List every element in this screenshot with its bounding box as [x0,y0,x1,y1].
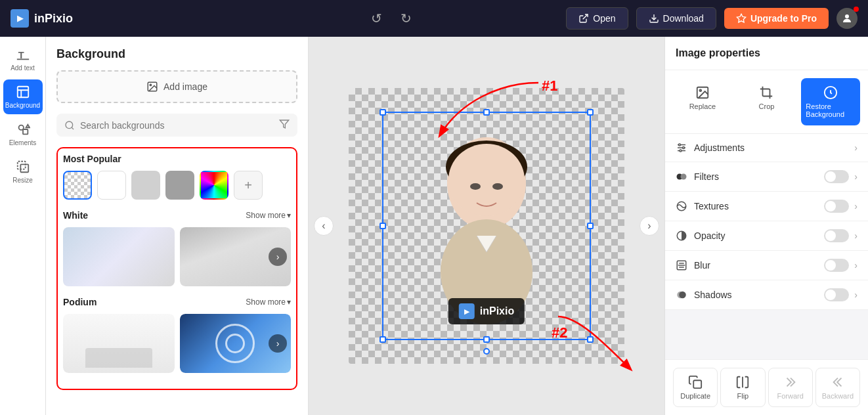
undo-button[interactable]: ↺ [367,7,386,30]
svg-point-34 [681,174,687,180]
adjustments-label: Adjustments [694,142,745,153]
duplicate-label: Duplicate [680,392,710,400]
textures-chevron: › [854,201,857,211]
most-popular-title: Most Popular [63,154,121,164]
watermark: ▶ inPixio [448,298,525,324]
opacity-icon [676,230,687,242]
swatch-rainbow[interactable] [200,171,228,200]
filter-button[interactable] [279,119,290,131]
swatch-transparent[interactable] [63,171,92,200]
svg-rect-43 [693,380,701,388]
adjustments-row[interactable]: Adjustments › [665,134,868,162]
adjustments-chevron: › [854,142,857,153]
canvas-nav-left[interactable]: ‹ [314,216,334,236]
sidebar-item-text[interactable]: T Add text [3,42,43,77]
add-image-button[interactable]: Add image [56,70,297,103]
podium-section-header: Podium Show more ▾ [63,297,291,307]
replace-label: Replace [689,102,716,110]
svg-point-32 [680,150,682,152]
color-swatches: + [63,171,291,200]
bg-thumb-podium-2[interactable]: › [180,314,292,373]
opacity-label: Opacity [694,230,725,241]
swatch-add-button[interactable]: + [234,171,263,200]
svg-point-30 [679,144,681,146]
opacity-row[interactable]: Opacity › [665,221,868,251]
redo-button[interactable]: ↻ [397,7,416,30]
search-row [56,114,297,137]
podium-show-more[interactable]: Show more ▾ [246,297,291,307]
upgrade-button[interactable]: Upgrade to Pro [724,8,829,29]
blur-label: Blur [694,260,710,271]
user-avatar[interactable] [836,8,857,29]
panel-title: Background [56,47,297,61]
app-name: inPixio [34,12,73,26]
popular-section: Most Popular + White Show more ▾ [56,147,297,390]
shadows-row[interactable]: Shadows › [665,280,868,310]
svg-rect-8 [23,129,28,134]
svg-point-19 [448,144,525,216]
svg-point-31 [683,147,685,149]
shadows-icon [676,289,687,301]
swatch-gray[interactable] [165,171,194,200]
crop-tool[interactable]: Crop [737,78,796,125]
canvas-image[interactable]: ▶ inPixio [385,114,588,338]
bg-thumb-white-1[interactable] [63,227,175,286]
open-label: Open [593,13,615,24]
sidebar-item-background[interactable]: Background [3,79,43,114]
svg-text:T: T [18,50,24,60]
filters-row[interactable]: Filters › [665,162,868,192]
duplicate-icon [688,375,703,389]
add-image-label: Add image [163,81,207,92]
opacity-toggle[interactable] [824,229,849,242]
download-button[interactable]: Download [636,7,716,30]
flip-tool[interactable]: Flip [720,368,765,407]
white-next-button[interactable]: › [269,248,287,266]
filters-toggle[interactable] [824,170,849,183]
replace-tool[interactable]: Replace [673,78,732,125]
swatch-white[interactable] [97,171,126,200]
flip-label: Flip [737,392,749,400]
sidebar-item-resize[interactable]: Resize [3,154,43,189]
svg-point-3 [845,14,849,18]
svg-rect-6 [17,87,28,98]
textures-label: Textures [694,201,729,211]
background-panel: Background Add image Most Popular [46,37,309,415]
shadows-toggle[interactable] [824,288,849,301]
textures-icon [676,200,687,212]
restore-tool[interactable]: Restore Background [801,78,860,125]
blur-icon [676,259,687,271]
backward-label: Backward [822,392,854,400]
white-show-more[interactable]: Show more ▾ [246,211,291,220]
svg-marker-16 [280,120,288,128]
bottom-tools: Duplicate Flip Forward Backward [665,359,868,415]
avatar-badge [854,7,859,12]
duplicate-tool[interactable]: Duplicate [673,368,718,407]
logo-icon: ▶ [11,9,29,28]
svg-point-42 [679,292,686,299]
adjustments-icon [676,142,687,154]
podium-next-button[interactable]: › [269,334,287,353]
svg-marker-2 [737,14,745,22]
bg-thumb-white-2[interactable]: › [180,227,292,286]
blur-row[interactable]: Blur › [665,251,868,280]
forward-tool[interactable]: Forward [768,368,813,407]
bg-thumb-podium-1[interactable] [63,314,175,373]
textures-toggle[interactable] [824,200,849,213]
backward-tool[interactable]: Backward [815,368,860,407]
textures-row[interactable]: Textures › [665,192,868,221]
sidebar-item-elements[interactable]: Elements [3,117,43,152]
search-input[interactable] [80,120,274,131]
app-logo: ▶ inPixio [11,9,73,28]
opacity-chevron: › [854,230,857,241]
canvas-nav-right[interactable]: › [640,216,659,236]
restore-label: Restore Background [806,102,856,118]
blur-toggle[interactable] [824,259,849,272]
backward-icon [831,375,845,389]
flip-icon [735,375,750,389]
filters-icon [676,171,687,183]
podium-bg-grid: › [63,314,291,373]
open-button[interactable]: Open [566,7,628,30]
swatch-lightgray[interactable] [131,171,160,200]
watermark-text: inPixio [480,305,514,317]
shadows-chevron: › [854,290,857,300]
